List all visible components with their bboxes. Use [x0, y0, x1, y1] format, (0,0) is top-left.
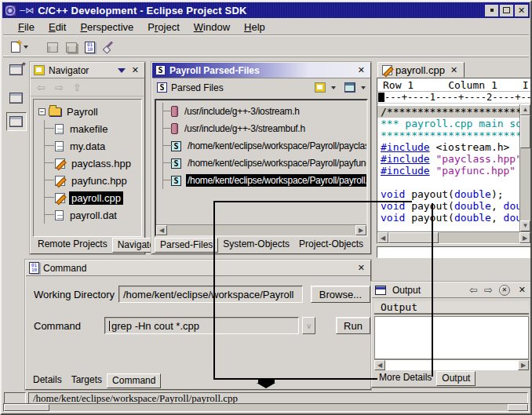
parsed-file-item[interactable]: /home/kent/eclipse/workspace/Payroll/pay…	[156, 155, 366, 172]
open-perspective-button[interactable]: +	[6, 60, 27, 79]
brush-button[interactable]	[101, 40, 117, 54]
scroll-left-icon[interactable]: ◀	[156, 225, 167, 235]
code-line[interactable]: #include "payfunc.hpp"	[381, 165, 519, 177]
working-directory-field[interactable]: /home/kent/eclipse/workspace/Payroll	[118, 286, 303, 303]
forward-icon[interactable]: ⇨	[55, 82, 64, 93]
scroll-right-icon[interactable]: ▶	[519, 232, 530, 243]
code-line[interactable]: #include "payclass.hpp"	[381, 153, 519, 165]
view-tab[interactable]: More Details	[374, 371, 436, 384]
view-menu-icon[interactable]	[118, 68, 126, 73]
resize-grip[interactable]	[508, 404, 528, 411]
output-content[interactable]	[374, 316, 529, 359]
close-tab-icon[interactable]: ✕	[448, 66, 460, 75]
menu-item[interactable]: Window	[187, 20, 237, 35]
scroll-up-icon[interactable]: ▲	[520, 104, 530, 115]
tree-item[interactable]: makefile	[34, 120, 141, 137]
run-button[interactable]: Run	[336, 317, 370, 334]
horizontal-scrollbar[interactable]: ◀ ▶	[377, 231, 530, 243]
menu-item[interactable]: Perspective	[73, 20, 140, 35]
scrollbar-track[interactable]	[388, 232, 519, 243]
code-line[interactable]: #include <iostream.h>	[381, 141, 519, 153]
save-all-button[interactable]	[64, 41, 78, 54]
forward-icon[interactable]: ⇨	[484, 285, 493, 295]
command-input[interactable]: grep -Hn cout *.cpp	[104, 317, 299, 334]
window-title: C/C++ Development - Eclipse Project SDK	[38, 5, 246, 16]
menu-item[interactable]: Help	[237, 20, 272, 35]
vertical-scrollbar[interactable]: ▲ ▼	[519, 104, 530, 231]
scroll-left-icon[interactable]: ◀	[377, 232, 388, 243]
close-view-icon[interactable]: ✕	[355, 264, 367, 272]
view-tab[interactable]: Command	[107, 373, 161, 388]
menu-item[interactable]: Project	[140, 20, 186, 35]
scrollbar-thumb[interactable]	[4, 404, 49, 411]
brush-icon	[103, 42, 115, 53]
view-tab[interactable]: Output	[436, 371, 476, 386]
tree-item[interactable]: my.data	[34, 137, 141, 155]
code-line[interactable]: ************************************	[381, 129, 519, 141]
io-command-button[interactable]: 0110	[83, 40, 97, 55]
collapse-icon[interactable]: −	[38, 108, 46, 115]
scroll-right-icon[interactable]: ▶	[518, 360, 529, 370]
new-wizard-button[interactable]: ✦	[9, 40, 30, 54]
up-icon[interactable]: ⇧	[73, 82, 82, 93]
view-tab[interactable]: Parsed-Files	[155, 238, 218, 253]
perspective-button-2[interactable]	[6, 112, 27, 131]
view-tab[interactable]: Details	[28, 373, 67, 387]
new-wizard-icon: ✦	[11, 42, 20, 53]
menu-item[interactable]: Edit	[42, 20, 73, 35]
view-tab[interactable]: Targets	[67, 373, 107, 387]
scroll-right-icon[interactable]: ▶	[355, 225, 366, 235]
scroll-down-icon[interactable]: ▼	[520, 220, 530, 231]
scrollbar-thumb[interactable]	[520, 115, 530, 148]
dropdown-arrow-icon[interactable]	[24, 46, 28, 49]
view-tab[interactable]: System-Objects	[218, 238, 294, 251]
code-line[interactable]: void payout(double, double);	[381, 212, 519, 224]
circle-close-icon[interactable]: ✕	[499, 285, 510, 296]
parsed-file-item[interactable]: /usr/include/g++-3/streambuf.h	[156, 120, 366, 137]
close-view-icon[interactable]: ✕	[355, 66, 367, 75]
scrollbar-track[interactable]	[167, 225, 355, 235]
tree-view-icon[interactable]	[315, 82, 326, 93]
back-icon[interactable]: ⇦	[469, 285, 478, 295]
code-line[interactable]	[381, 177, 519, 188]
close-view-icon[interactable]: ✕	[129, 66, 141, 75]
project-label[interactable]: Payroll	[64, 105, 100, 118]
bottom-scrollbar[interactable]	[3, 403, 529, 412]
menu-item[interactable]: File	[11, 20, 42, 35]
view-tab[interactable]: Project-Objects	[294, 238, 368, 251]
tree-root[interactable]: − Payroll	[34, 103, 141, 120]
tree-item[interactable]: payclass.hpp	[34, 155, 141, 172]
combo-dropdown-button[interactable]: ∨	[302, 317, 315, 334]
parsed-file-item[interactable]: /home/kent/eclipse/workspace/Payroll/pay…	[156, 137, 366, 155]
code-area[interactable]: /************************************** …	[377, 104, 519, 231]
maximize-button[interactable]	[500, 5, 513, 16]
minimize-button[interactable]	[485, 5, 498, 16]
details-view-icon[interactable]	[344, 82, 355, 93]
dropdown-arrow-icon[interactable]	[331, 86, 336, 89]
parsed-file-item[interactable]: /home/kent/eclipse/workspace/Payroll/pay…	[156, 172, 366, 189]
horizontal-scrollbar[interactable]: ◀ ▶	[374, 359, 529, 370]
code-line[interactable]: void payout(double);	[381, 188, 519, 200]
scroll-left-icon[interactable]: ◀	[374, 360, 385, 370]
perspective-button-1[interactable]	[6, 89, 27, 107]
back-icon[interactable]: ⇦	[37, 82, 46, 93]
save-button[interactable]	[46, 41, 60, 54]
scrollbar-track[interactable]	[385, 360, 518, 370]
file-icon	[55, 124, 64, 134]
horizontal-scrollbar[interactable]: ◀ ▶	[156, 224, 366, 235]
editor-tab-label[interactable]: payroll.cpp	[395, 64, 445, 76]
titlebar: −⋈ C/C++ Development - Eclipse Project S…	[2, 2, 530, 18]
view-tab[interactable]: Remote Projects	[33, 238, 112, 251]
tree-item[interactable]: payfunc.hpp	[34, 172, 141, 189]
tree-line	[44, 189, 55, 206]
editor-tab[interactable]: payroll.cpp ✕	[377, 62, 465, 78]
tree-item[interactable]: payroll.dat	[34, 206, 141, 224]
browse-button[interactable]: Browse...	[311, 286, 370, 303]
close-view-icon[interactable]: ✕	[516, 286, 528, 294]
close-button[interactable]: ✕	[515, 5, 528, 16]
dropdown-arrow-icon[interactable]	[361, 86, 366, 89]
code-line[interactable]: /***********************************	[377, 106, 519, 118]
tree-item[interactable]: payroll.cpp	[34, 189, 141, 206]
parsed-file-item[interactable]: /usr/include/g++-3/iostream.h	[156, 103, 366, 120]
code-line[interactable]: *** payroll.cpp main source	[381, 118, 519, 129]
